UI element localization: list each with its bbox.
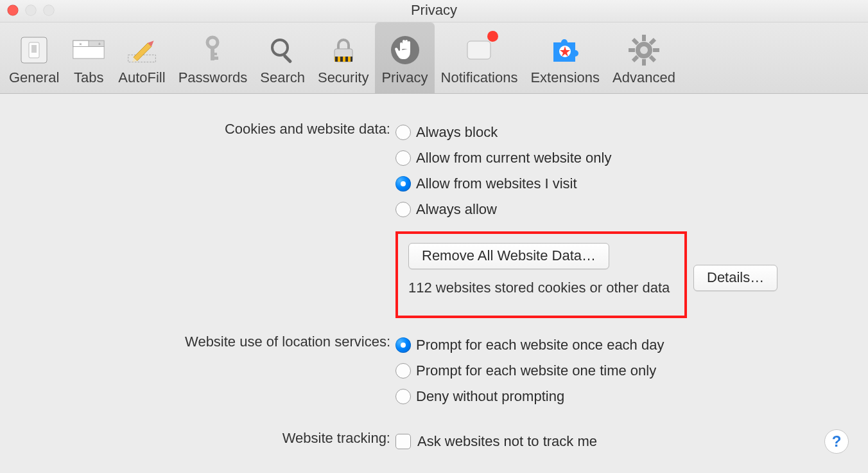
tab-label: Advanced (612, 69, 675, 86)
do-not-track-checkbox[interactable] (395, 434, 411, 449)
magnifier-icon (266, 33, 299, 67)
tab-label: Passwords (178, 69, 248, 86)
hand-icon (388, 33, 422, 67)
svg-rect-23 (351, 57, 352, 62)
tab-advanced[interactable]: Advanced (606, 22, 682, 93)
section-location: Website use of location services: Prompt… (19, 332, 849, 409)
tab-label: Security (318, 69, 369, 86)
svg-rect-29 (642, 35, 646, 41)
svg-rect-17 (283, 54, 293, 64)
notification-badge (487, 31, 498, 42)
svg-rect-22 (345, 57, 348, 62)
svg-rect-25 (467, 41, 490, 59)
svg-rect-15 (211, 53, 217, 55)
content-area: Cookies and website data: Always block A… (0, 94, 868, 454)
tab-tabs[interactable]: × + Tabs (65, 22, 112, 93)
tab-security[interactable]: Security (311, 22, 375, 93)
radio-allow-current[interactable] (395, 150, 411, 166)
radio-label: Prompt for each website one time only (416, 362, 656, 379)
section-tracking: Website tracking: Ask websites not to tr… (19, 429, 849, 454)
radio-prompt-daily[interactable] (395, 337, 411, 353)
svg-point-16 (272, 40, 288, 55)
svg-rect-35 (632, 38, 639, 45)
svg-text:+: + (98, 41, 101, 47)
svg-rect-2 (31, 45, 37, 53)
titlebar: Privacy (0, 0, 868, 22)
tab-label: Notifications (441, 69, 518, 86)
radio-label: Allow from websites I visit (416, 175, 577, 192)
puzzle-icon (548, 33, 582, 67)
tabs-icon: × + (72, 33, 105, 67)
tab-label: Extensions (530, 69, 600, 86)
tab-label: Privacy (381, 69, 428, 86)
location-label: Website use of location services: (19, 332, 395, 409)
tab-label: Search (260, 69, 305, 86)
svg-marker-9 (134, 43, 152, 61)
svg-text:×: × (79, 41, 82, 47)
svg-rect-34 (632, 55, 639, 62)
tab-autofill[interactable]: AutoFill (112, 22, 171, 93)
svg-rect-21 (340, 57, 343, 62)
lock-icon (327, 33, 360, 67)
svg-point-12 (207, 37, 218, 48)
radio-always-allow[interactable] (395, 202, 411, 217)
svg-rect-14 (211, 57, 218, 60)
radio-label: Always allow (416, 201, 497, 218)
switch-icon (17, 33, 51, 67)
svg-point-37 (640, 46, 648, 54)
key-icon (196, 33, 229, 67)
pencil-icon (125, 33, 159, 67)
tab-label: General (9, 69, 59, 86)
radio-label: Allow from current website only (416, 150, 611, 166)
tab-privacy[interactable]: Privacy (375, 22, 434, 93)
radio-label: Always block (416, 124, 498, 141)
help-icon: ? (832, 433, 842, 451)
svg-rect-32 (653, 48, 659, 52)
svg-rect-33 (649, 38, 656, 45)
help-button[interactable]: ? (824, 429, 849, 454)
radio-label: Prompt for each website once each day (416, 337, 664, 353)
gear-icon (627, 33, 661, 67)
toolbar: General × + Tabs AutoFill (0, 22, 868, 94)
details-button[interactable]: Details… (693, 265, 777, 291)
svg-rect-36 (649, 55, 656, 62)
radio-always-block[interactable] (395, 125, 411, 140)
tracking-label: Website tracking: (19, 429, 395, 454)
svg-rect-31 (629, 48, 635, 52)
tab-notifications[interactable]: Notifications (435, 22, 525, 93)
tab-general[interactable]: General (3, 22, 65, 93)
tab-extensions[interactable]: Extensions (524, 22, 606, 93)
radio-label: Deny without prompting (416, 388, 564, 405)
tab-label: Tabs (74, 69, 103, 86)
svg-rect-30 (642, 59, 646, 66)
radio-allow-visited[interactable] (395, 176, 411, 192)
notification-icon (462, 33, 496, 67)
remove-all-data-button[interactable]: Remove All Website Data… (408, 243, 609, 269)
section-cookies: Cookies and website data: Always block A… (19, 120, 849, 318)
stored-data-status: 112 websites stored cookies or other dat… (408, 280, 678, 296)
highlight-annotation: Remove All Website Data… 112 websites st… (395, 231, 687, 318)
cookies-label: Cookies and website data: (19, 120, 395, 318)
tab-passwords[interactable]: Passwords (172, 22, 254, 93)
svg-rect-7 (73, 46, 104, 58)
tab-search[interactable]: Search (254, 22, 311, 93)
radio-prompt-once[interactable] (395, 363, 411, 379)
window-title: Privacy (0, 2, 868, 19)
radio-deny[interactable] (395, 389, 411, 404)
tab-label: AutoFill (118, 69, 165, 86)
checkbox-label: Ask websites not to track me (417, 433, 597, 450)
svg-rect-20 (335, 57, 338, 62)
